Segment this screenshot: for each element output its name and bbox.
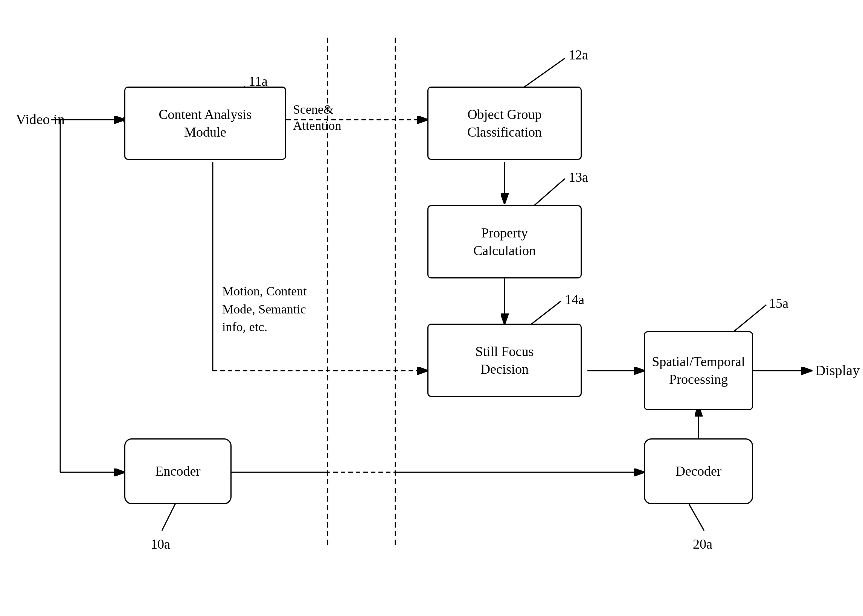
content-analysis-label: Content Analysis Module [159,106,252,141]
video-in-label: Video in [16,111,65,127]
encoder-block: Encoder [124,438,231,504]
content-analysis-block: Content Analysis Module [124,86,286,160]
diagram: Content Analysis Module Object Group Cla… [0,0,863,616]
motion-content-label: Motion, ContentMode, Semanticinfo, etc. [222,282,307,336]
ref-20a: 20a [693,536,712,552]
decoder-label: Decoder [676,462,721,480]
object-group-label: Object Group Classification [467,106,542,141]
object-group-block: Object Group Classification [427,86,582,160]
ref-14a: 14a [565,292,584,308]
ref-line-13a [535,179,565,205]
ref-line-10a [162,500,177,531]
ref-10a: 10a [151,536,170,552]
spatial-temporal-block: Spatial/Temporal Processing [644,331,753,410]
ref-line-20a [689,504,704,531]
display-label: Display [815,362,860,379]
ref-11a: 11a [249,73,268,89]
still-focus-block: Still Focus Decision [427,324,582,397]
ref-13a: 13a [569,169,588,185]
scene-attention-label: Scene&Attention [293,102,341,134]
encoder-label: Encoder [156,462,201,480]
decoder-block: Decoder [644,438,753,504]
ref-12a: 12a [569,47,588,63]
still-focus-label: Still Focus Decision [475,343,534,378]
ref-15a: 15a [769,295,789,311]
property-calc-block: Property Calculation [427,205,582,278]
ref-line-12a [520,58,565,90]
property-calc-label: Property Calculation [473,224,536,260]
ref-line-15a [734,305,766,331]
spatial-temporal-label: Spatial/Temporal Processing [652,353,745,388]
